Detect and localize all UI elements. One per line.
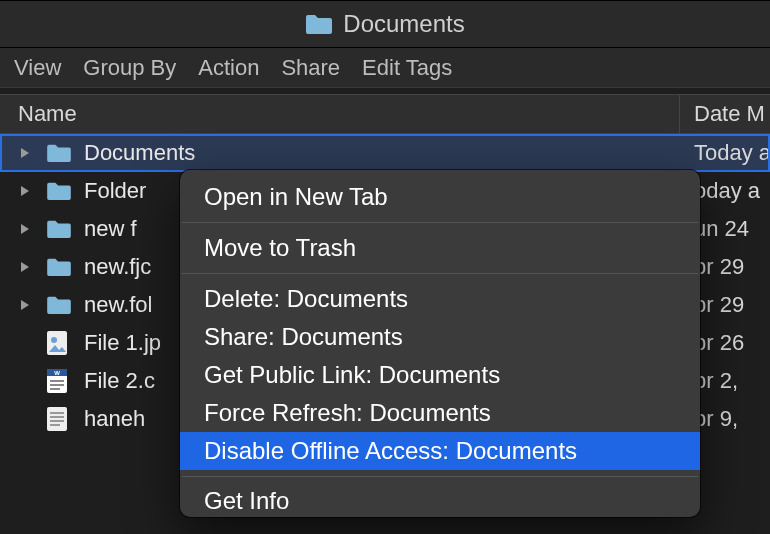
folder-icon	[46, 219, 74, 239]
toolbar-groupby[interactable]: Group By	[83, 55, 176, 81]
svg-rect-10	[50, 416, 64, 418]
toolbar-share[interactable]: Share	[281, 55, 340, 81]
cm-open-new-tab[interactable]: Open in New Tab	[180, 178, 700, 216]
cm-delete[interactable]: Delete: Documents	[180, 280, 700, 318]
disclosure-triangle-icon[interactable]	[18, 261, 32, 273]
cm-public-link[interactable]: Get Public Link: Documents	[180, 356, 700, 394]
disclosure-triangle-icon[interactable]	[18, 223, 32, 235]
file-date: Today a	[680, 140, 770, 166]
svg-rect-5	[50, 380, 64, 382]
cm-get-info[interactable]: Get Info	[180, 483, 700, 509]
cm-force-refresh[interactable]: Force Refresh: Documents	[180, 394, 700, 432]
folder-icon	[305, 13, 333, 35]
file-name: Documents	[84, 140, 680, 166]
svg-rect-8	[47, 407, 67, 431]
disclosure-triangle-icon[interactable]	[18, 147, 32, 159]
cm-separator	[182, 273, 698, 274]
cm-disable-offline[interactable]: Disable Offline Access: Documents	[180, 432, 700, 470]
context-menu: Open in New Tab Move to Trash Delete: Do…	[180, 170, 700, 517]
toolbar: View Group By Action Share Edit Tags	[0, 48, 770, 88]
folder-icon	[46, 257, 74, 277]
folder-icon	[46, 143, 74, 163]
toolbar-view[interactable]: View	[14, 55, 61, 81]
column-header-date[interactable]: Date M	[680, 95, 770, 133]
column-header-name[interactable]: Name	[0, 95, 680, 133]
svg-rect-7	[50, 388, 60, 390]
cm-move-to-trash[interactable]: Move to Trash	[180, 229, 700, 267]
folder-icon	[46, 295, 74, 315]
file-icon	[46, 406, 74, 432]
disclosure-triangle-icon[interactable]	[18, 299, 32, 311]
cm-separator	[182, 222, 698, 223]
svg-rect-9	[50, 412, 64, 414]
svg-rect-6	[50, 384, 64, 386]
svg-point-1	[51, 337, 57, 343]
disclosure-triangle-icon[interactable]	[18, 185, 32, 197]
cm-share[interactable]: Share: Documents	[180, 318, 700, 356]
window-titlebar: Documents	[0, 0, 770, 48]
window-title: Documents	[343, 10, 464, 38]
file-icon: W	[46, 368, 74, 394]
svg-rect-11	[50, 420, 64, 422]
cm-separator	[182, 476, 698, 477]
svg-text:W: W	[54, 370, 60, 376]
toolbar-action[interactable]: Action	[198, 55, 259, 81]
file-icon	[46, 330, 74, 356]
svg-rect-12	[50, 424, 60, 426]
list-header: Name Date M	[0, 94, 770, 134]
folder-icon	[46, 181, 74, 201]
toolbar-edittags[interactable]: Edit Tags	[362, 55, 452, 81]
file-row[interactable]: DocumentsToday a	[0, 134, 770, 172]
